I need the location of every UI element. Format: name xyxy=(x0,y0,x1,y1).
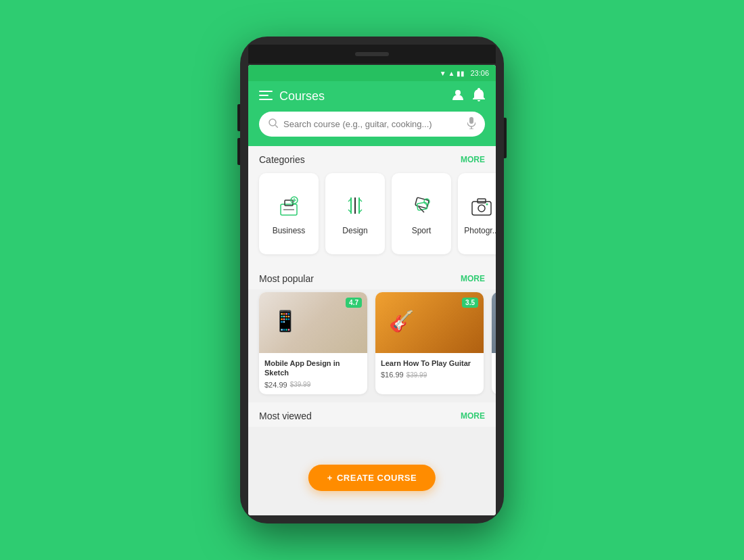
course-card-3[interactable]: Ba... $10... xyxy=(492,292,496,394)
signal-icon: ▲ xyxy=(448,70,455,77)
business-label: Business xyxy=(273,226,306,235)
photography-label: Photogr... xyxy=(464,226,496,235)
photography-icon xyxy=(468,192,495,219)
course-card-2[interactable]: 3.5 Learn How To Play Guitar $16.99 $39.… xyxy=(375,292,484,394)
volume-down-button xyxy=(237,138,240,165)
phone-screen: ▼ ▲ ▮▮ 23:06 Courses xyxy=(248,65,496,515)
categories-more[interactable]: MORE xyxy=(461,155,485,164)
rating-badge-1: 4.7 xyxy=(346,298,362,308)
svg-point-27 xyxy=(478,205,485,212)
app-header: Courses xyxy=(248,81,496,112)
course-card-1[interactable]: 4.7 Mobile App Design in Sketch $24.99 $… xyxy=(259,292,367,394)
status-icons: ▼ ▲ ▮▮ xyxy=(440,70,465,77)
create-course-container: + CREATE COURSE xyxy=(308,465,436,491)
status-bar: ▼ ▲ ▮▮ 23:06 xyxy=(248,65,496,81)
wifi-icon: ▼ xyxy=(440,70,446,77)
popular-more[interactable]: MORE xyxy=(461,274,485,283)
search-section xyxy=(248,112,496,146)
svg-rect-26 xyxy=(472,202,491,215)
phone-frame: ▼ ▲ ▮▮ 23:06 Courses xyxy=(240,37,504,523)
price-old-2: $39.99 xyxy=(406,371,427,379)
svg-rect-28 xyxy=(478,199,486,203)
most-viewed-header: Most viewed MORE xyxy=(248,402,496,427)
battery-icon: ▮▮ xyxy=(457,70,465,77)
categories-title: Categories xyxy=(259,154,305,165)
popular-cards: 4.7 Mobile App Design in Sketch $24.99 $… xyxy=(248,289,496,402)
search-input[interactable] xyxy=(283,119,462,129)
course-name-2: Learn How To Play Guitar xyxy=(381,358,478,368)
category-design[interactable]: Design xyxy=(325,173,385,254)
speaker xyxy=(355,52,389,56)
popular-title: Most popular xyxy=(259,273,314,284)
svg-rect-2 xyxy=(259,99,273,100)
course-thumb-2: 3.5 xyxy=(375,292,484,353)
header-left: Courses xyxy=(259,89,325,103)
power-button xyxy=(504,118,507,158)
status-time: 23:06 xyxy=(470,69,489,77)
price-current-1: $24.99 xyxy=(264,381,287,389)
category-business[interactable]: Business xyxy=(259,173,319,254)
svg-rect-1 xyxy=(259,95,269,96)
menu-icon[interactable] xyxy=(259,89,273,103)
category-photography[interactable]: Photogr... xyxy=(458,173,496,254)
mic-icon[interactable] xyxy=(467,117,475,131)
content-area: Categories MORE Business xyxy=(248,146,496,515)
price-current-2: $16.99 xyxy=(381,371,404,379)
sport-label: Sport xyxy=(412,226,432,235)
svg-rect-6 xyxy=(469,117,473,124)
business-icon xyxy=(275,192,302,219)
volume-up-button xyxy=(237,104,240,131)
svg-point-3 xyxy=(455,90,461,95)
course-info-2: Learn How To Play Guitar $16.99 $39.99 xyxy=(375,353,484,384)
course-price-2: $16.99 $39.99 xyxy=(381,371,478,379)
popular-header: Most popular MORE xyxy=(248,265,496,289)
course-info-3: Ba... $10... xyxy=(492,353,496,384)
course-info-1: Mobile App Design in Sketch $24.99 $39.9… xyxy=(259,353,367,394)
svg-rect-0 xyxy=(259,91,273,92)
svg-point-29 xyxy=(486,204,488,206)
create-course-button[interactable]: + CREATE COURSE xyxy=(308,465,436,491)
profile-icon[interactable] xyxy=(451,88,465,105)
course-thumb-3 xyxy=(492,292,496,353)
course-thumb-1: 4.7 xyxy=(259,292,367,353)
search-icon xyxy=(269,118,278,130)
notification-icon[interactable] xyxy=(473,88,485,105)
sport-icon xyxy=(408,192,435,219)
most-viewed-title: Most viewed xyxy=(259,411,312,421)
categories-row: Business Design xyxy=(248,170,496,265)
create-course-label: CREATE COURSE xyxy=(337,473,417,483)
plus-icon: + xyxy=(327,473,333,483)
design-icon xyxy=(342,192,369,219)
phone-top-bar xyxy=(248,45,496,64)
svg-point-4 xyxy=(269,119,276,126)
header-icons xyxy=(451,88,485,105)
categories-header: Categories MORE xyxy=(248,146,496,170)
most-viewed-more[interactable]: MORE xyxy=(461,411,485,421)
rating-badge-2: 3.5 xyxy=(462,298,478,308)
price-old-1: $39.99 xyxy=(290,381,311,388)
course-name-1: Mobile App Design in Sketch xyxy=(264,358,362,378)
app-title: Courses xyxy=(279,89,325,103)
course-price-1: $24.99 $39.99 xyxy=(264,381,362,389)
design-label: Design xyxy=(342,226,367,235)
search-bar[interactable] xyxy=(259,112,485,137)
category-sport[interactable]: Sport xyxy=(392,173,451,254)
svg-line-5 xyxy=(275,125,278,128)
